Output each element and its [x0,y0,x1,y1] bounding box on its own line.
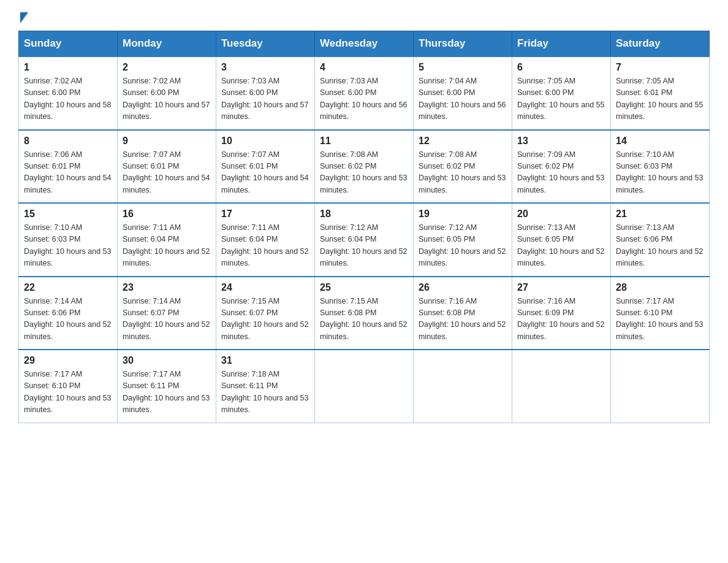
day-header-tuesday: Tuesday [216,31,315,57]
calendar-cell: 15Sunrise: 7:10 AMSunset: 6:03 PMDayligh… [19,203,118,277]
calendar-cell: 11Sunrise: 7:08 AMSunset: 6:02 PMDayligh… [315,130,414,204]
calendar-cell: 28Sunrise: 7:17 AMSunset: 6:10 PMDayligh… [611,277,710,350]
cell-sun-info: Sunrise: 7:16 AMSunset: 6:08 PMDaylight:… [419,296,507,343]
calendar-cell: 6Sunrise: 7:05 AMSunset: 6:00 PMDaylight… [512,56,611,130]
cell-day-number: 31 [221,355,309,366]
cell-sun-info: Sunrise: 7:12 AMSunset: 6:04 PMDaylight:… [320,222,408,270]
day-header-thursday: Thursday [414,31,512,57]
cell-sun-info: Sunrise: 7:17 AMSunset: 6:11 PMDaylight:… [123,369,211,416]
calendar-cell: 24Sunrise: 7:15 AMSunset: 6:07 PMDayligh… [216,277,315,350]
calendar-cell [512,350,611,423]
cell-sun-info: Sunrise: 7:14 AMSunset: 6:06 PMDaylight:… [24,296,112,343]
calendar-body: 1Sunrise: 7:02 AMSunset: 6:00 PMDaylight… [19,56,710,423]
cell-day-number: 18 [320,209,408,220]
calendar-table: SundayMondayTuesdayWednesdayThursdayFrid… [18,31,710,423]
cell-day-number: 10 [221,136,309,147]
cell-day-number: 14 [616,136,704,147]
week-row-2: 8Sunrise: 7:06 AMSunset: 6:01 PMDaylight… [19,130,710,204]
week-row-1: 1Sunrise: 7:02 AMSunset: 6:00 PMDaylight… [19,56,710,130]
cell-day-number: 15 [24,209,112,220]
cell-day-number: 12 [419,136,507,147]
cell-day-number: 22 [24,282,112,293]
days-of-week-row: SundayMondayTuesdayWednesdayThursdayFrid… [19,31,710,57]
cell-day-number: 19 [419,209,507,220]
calendar-cell: 4Sunrise: 7:03 AMSunset: 6:00 PMDaylight… [315,56,414,130]
cell-sun-info: Sunrise: 7:03 AMSunset: 6:00 PMDaylight:… [320,75,408,123]
day-header-monday: Monday [118,31,216,57]
cell-sun-info: Sunrise: 7:15 AMSunset: 6:07 PMDaylight:… [221,296,309,343]
day-header-wednesday: Wednesday [315,31,414,57]
day-header-saturday: Saturday [611,31,710,57]
calendar-cell: 12Sunrise: 7:08 AMSunset: 6:02 PMDayligh… [414,130,512,204]
cell-sun-info: Sunrise: 7:17 AMSunset: 6:10 PMDaylight:… [24,369,112,416]
cell-day-number: 25 [320,282,408,293]
cell-sun-info: Sunrise: 7:15 AMSunset: 6:08 PMDaylight:… [320,296,408,343]
calendar-cell: 30Sunrise: 7:17 AMSunset: 6:11 PMDayligh… [118,350,216,423]
cell-day-number: 4 [320,62,408,73]
cell-sun-info: Sunrise: 7:10 AMSunset: 6:03 PMDaylight:… [24,222,112,270]
cell-sun-info: Sunrise: 7:05 AMSunset: 6:01 PMDaylight:… [616,75,704,123]
cell-day-number: 29 [24,355,112,366]
cell-sun-info: Sunrise: 7:09 AMSunset: 6:02 PMDaylight:… [517,149,605,197]
calendar-header: SundayMondayTuesdayWednesdayThursdayFrid… [19,31,710,57]
day-header-friday: Friday [512,31,611,57]
cell-sun-info: Sunrise: 7:16 AMSunset: 6:09 PMDaylight:… [517,296,605,343]
calendar-cell: 13Sunrise: 7:09 AMSunset: 6:02 PMDayligh… [512,130,611,204]
cell-sun-info: Sunrise: 7:14 AMSunset: 6:07 PMDaylight:… [123,296,211,343]
cell-day-number: 21 [616,209,704,220]
calendar-cell [315,350,414,423]
week-row-5: 29Sunrise: 7:17 AMSunset: 6:10 PMDayligh… [19,350,710,423]
cell-sun-info: Sunrise: 7:10 AMSunset: 6:03 PMDaylight:… [616,149,704,197]
calendar-cell: 10Sunrise: 7:07 AMSunset: 6:01 PMDayligh… [216,130,315,204]
cell-day-number: 16 [123,209,211,220]
logo-triangle-icon [20,12,28,23]
week-row-3: 15Sunrise: 7:10 AMSunset: 6:03 PMDayligh… [19,203,710,277]
cell-day-number: 17 [221,209,309,220]
cell-sun-info: Sunrise: 7:11 AMSunset: 6:04 PMDaylight:… [221,222,309,270]
cell-day-number: 5 [419,62,507,73]
calendar-cell: 25Sunrise: 7:15 AMSunset: 6:08 PMDayligh… [315,277,414,350]
cell-sun-info: Sunrise: 7:07 AMSunset: 6:01 PMDaylight:… [123,149,211,197]
cell-sun-info: Sunrise: 7:18 AMSunset: 6:11 PMDaylight:… [221,369,309,416]
calendar-cell: 9Sunrise: 7:07 AMSunset: 6:01 PMDaylight… [118,130,216,204]
cell-day-number: 30 [123,355,211,366]
calendar-cell: 1Sunrise: 7:02 AMSunset: 6:00 PMDaylight… [19,56,118,130]
logo [18,12,28,20]
calendar-cell: 27Sunrise: 7:16 AMSunset: 6:09 PMDayligh… [512,277,611,350]
calendar-cell: 14Sunrise: 7:10 AMSunset: 6:03 PMDayligh… [611,130,710,204]
calendar-cell [611,350,710,423]
cell-day-number: 2 [123,62,211,73]
cell-sun-info: Sunrise: 7:02 AMSunset: 6:00 PMDaylight:… [123,75,211,123]
cell-day-number: 3 [221,62,309,73]
calendar-cell: 29Sunrise: 7:17 AMSunset: 6:10 PMDayligh… [19,350,118,423]
calendar-cell: 18Sunrise: 7:12 AMSunset: 6:04 PMDayligh… [315,203,414,277]
cell-sun-info: Sunrise: 7:12 AMSunset: 6:05 PMDaylight:… [419,222,507,270]
calendar-cell [414,350,512,423]
calendar-cell: 3Sunrise: 7:03 AMSunset: 6:00 PMDaylight… [216,56,315,130]
calendar-cell: 5Sunrise: 7:04 AMSunset: 6:00 PMDaylight… [414,56,512,130]
calendar-cell: 31Sunrise: 7:18 AMSunset: 6:11 PMDayligh… [216,350,315,423]
calendar-cell: 17Sunrise: 7:11 AMSunset: 6:04 PMDayligh… [216,203,315,277]
cell-day-number: 11 [320,136,408,147]
cell-sun-info: Sunrise: 7:13 AMSunset: 6:06 PMDaylight:… [616,222,704,270]
cell-day-number: 24 [221,282,309,293]
day-header-sunday: Sunday [19,31,118,57]
cell-sun-info: Sunrise: 7:05 AMSunset: 6:00 PMDaylight:… [517,75,605,123]
calendar-cell: 16Sunrise: 7:11 AMSunset: 6:04 PMDayligh… [118,203,216,277]
calendar-cell: 22Sunrise: 7:14 AMSunset: 6:06 PMDayligh… [19,277,118,350]
cell-day-number: 20 [517,209,605,220]
cell-day-number: 8 [24,136,112,147]
cell-sun-info: Sunrise: 7:07 AMSunset: 6:01 PMDaylight:… [221,149,309,197]
cell-day-number: 23 [123,282,211,293]
cell-sun-info: Sunrise: 7:03 AMSunset: 6:00 PMDaylight:… [221,75,309,123]
calendar-cell: 20Sunrise: 7:13 AMSunset: 6:05 PMDayligh… [512,203,611,277]
cell-day-number: 26 [419,282,507,293]
cell-sun-info: Sunrise: 7:06 AMSunset: 6:01 PMDaylight:… [24,149,112,197]
week-row-4: 22Sunrise: 7:14 AMSunset: 6:06 PMDayligh… [19,277,710,350]
calendar-cell: 26Sunrise: 7:16 AMSunset: 6:08 PMDayligh… [414,277,512,350]
calendar-cell: 8Sunrise: 7:06 AMSunset: 6:01 PMDaylight… [19,130,118,204]
calendar-cell: 19Sunrise: 7:12 AMSunset: 6:05 PMDayligh… [414,203,512,277]
cell-sun-info: Sunrise: 7:17 AMSunset: 6:10 PMDaylight:… [616,296,704,343]
cell-sun-info: Sunrise: 7:11 AMSunset: 6:04 PMDaylight:… [123,222,211,270]
cell-day-number: 7 [616,62,704,73]
